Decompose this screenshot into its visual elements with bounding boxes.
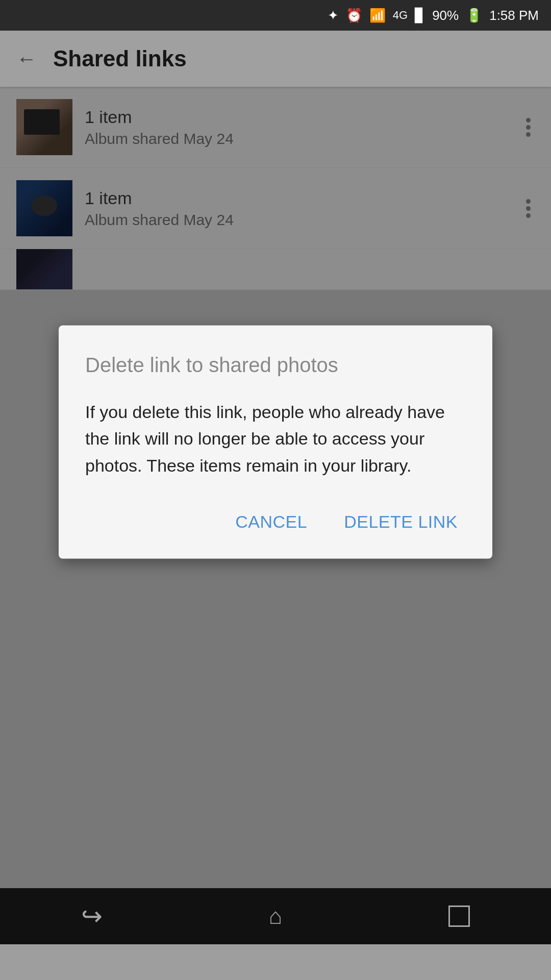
lte-icon: 4G xyxy=(393,10,408,21)
battery-percent: 90% xyxy=(432,8,459,23)
dialog-container: Delete link to shared photos If you dele… xyxy=(0,325,551,558)
dialog-actions: CANCEL DELETE LINK xyxy=(85,506,466,538)
signal-icon: ▊ xyxy=(415,9,425,22)
dialog-body: If you delete this link, people who alre… xyxy=(85,399,466,479)
main-container: ← Shared links 1 item Album shared May 2… xyxy=(0,31,551,944)
delete-link-button[interactable]: DELETE LINK xyxy=(336,506,466,538)
battery-icon: 🔋 xyxy=(466,9,482,22)
delete-link-dialog: Delete link to shared photos If you dele… xyxy=(59,325,492,558)
cancel-button[interactable]: CANCEL xyxy=(227,506,315,538)
wifi-icon: 📶 xyxy=(369,9,386,22)
time-display: 1:58 PM xyxy=(489,8,539,23)
alarm-icon: ⏰ xyxy=(346,9,362,22)
status-bar: ✦ ⏰ 📶 4G ▊ 90% 🔋 1:58 PM xyxy=(0,0,551,31)
bluetooth-icon: ✦ xyxy=(328,9,339,22)
dialog-title: Delete link to shared photos xyxy=(85,352,466,378)
